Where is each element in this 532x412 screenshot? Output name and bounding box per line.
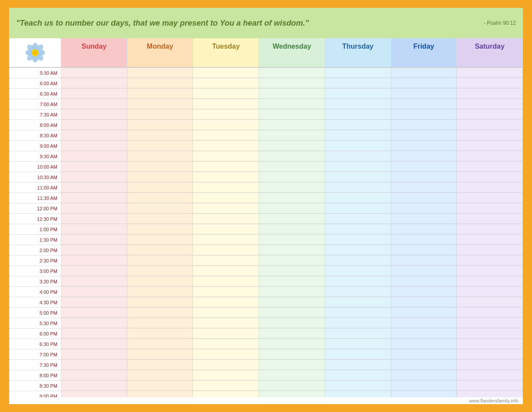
time-cell[interactable]: [457, 266, 523, 276]
time-cell[interactable]: [61, 89, 127, 99]
time-cell[interactable]: [259, 162, 325, 172]
time-cell[interactable]: [127, 78, 193, 88]
time-cell[interactable]: [457, 162, 523, 172]
time-cell[interactable]: [325, 276, 391, 286]
time-cell[interactable]: [391, 99, 457, 109]
time-cell[interactable]: [127, 235, 193, 245]
time-cell[interactable]: [127, 370, 193, 380]
time-cell[interactable]: [193, 235, 259, 245]
time-cell[interactable]: [457, 203, 523, 213]
time-cell[interactable]: [259, 245, 325, 255]
time-cell[interactable]: [193, 370, 259, 380]
time-cell[interactable]: [259, 193, 325, 203]
time-cell[interactable]: [325, 245, 391, 255]
time-cell[interactable]: [391, 193, 457, 203]
time-cell[interactable]: [259, 130, 325, 140]
time-cell[interactable]: [457, 141, 523, 151]
time-cell[interactable]: [127, 193, 193, 203]
time-cell[interactable]: [61, 370, 127, 380]
time-cell[interactable]: [457, 193, 523, 203]
time-cell[interactable]: [61, 391, 127, 397]
time-cell[interactable]: [61, 162, 127, 172]
time-cell[interactable]: [193, 110, 259, 120]
time-cell[interactable]: [457, 245, 523, 255]
time-cell[interactable]: [193, 381, 259, 391]
time-cell[interactable]: [61, 329, 127, 339]
time-cell[interactable]: [391, 183, 457, 193]
time-cell[interactable]: [325, 99, 391, 109]
time-cell[interactable]: [61, 151, 127, 161]
time-cell[interactable]: [61, 276, 127, 286]
time-cell[interactable]: [259, 360, 325, 370]
time-cell[interactable]: [325, 130, 391, 140]
time-cell[interactable]: [457, 130, 523, 140]
time-cell[interactable]: [61, 256, 127, 266]
time-cell[interactable]: [61, 183, 127, 193]
time-cell[interactable]: [325, 110, 391, 120]
time-cell[interactable]: [457, 172, 523, 182]
time-cell[interactable]: [193, 68, 259, 78]
time-cell[interactable]: [457, 183, 523, 193]
time-cell[interactable]: [457, 235, 523, 245]
time-cell[interactable]: [259, 318, 325, 328]
time-cell[interactable]: [61, 287, 127, 297]
time-cell[interactable]: [325, 193, 391, 203]
time-cell[interactable]: [325, 370, 391, 380]
time-cell[interactable]: [391, 370, 457, 380]
time-cell[interactable]: [325, 141, 391, 151]
time-cell[interactable]: [325, 318, 391, 328]
time-cell[interactable]: [127, 141, 193, 151]
time-cell[interactable]: [61, 110, 127, 120]
time-cell[interactable]: [61, 318, 127, 328]
time-cell[interactable]: [259, 141, 325, 151]
time-cell[interactable]: [127, 256, 193, 266]
time-cell[interactable]: [193, 287, 259, 297]
time-cell[interactable]: [391, 162, 457, 172]
time-cell[interactable]: [127, 110, 193, 120]
time-cell[interactable]: [391, 203, 457, 213]
time-cell[interactable]: [391, 308, 457, 318]
time-cell[interactable]: [61, 141, 127, 151]
time-cell[interactable]: [457, 370, 523, 380]
time-cell[interactable]: [391, 224, 457, 234]
time-cell[interactable]: [325, 308, 391, 318]
time-cell[interactable]: [457, 349, 523, 359]
time-cell[interactable]: [391, 329, 457, 339]
time-cell[interactable]: [193, 339, 259, 349]
time-cell[interactable]: [391, 256, 457, 266]
time-cell[interactable]: [61, 120, 127, 130]
time-cell[interactable]: [61, 235, 127, 245]
time-cell[interactable]: [193, 193, 259, 203]
time-cell[interactable]: [259, 308, 325, 318]
time-cell[interactable]: [391, 141, 457, 151]
time-cell[interactable]: [259, 151, 325, 161]
time-cell[interactable]: [391, 245, 457, 255]
time-cell[interactable]: [127, 266, 193, 276]
time-cell[interactable]: [61, 68, 127, 78]
time-cell[interactable]: [391, 235, 457, 245]
time-cell[interactable]: [193, 151, 259, 161]
time-cell[interactable]: [259, 110, 325, 120]
time-cell[interactable]: [127, 381, 193, 391]
time-cell[interactable]: [193, 183, 259, 193]
time-cell[interactable]: [457, 110, 523, 120]
time-cell[interactable]: [457, 256, 523, 266]
time-cell[interactable]: [193, 276, 259, 286]
time-cell[interactable]: [391, 339, 457, 349]
time-cell[interactable]: [127, 203, 193, 213]
time-cell[interactable]: [127, 224, 193, 234]
time-cell[interactable]: [325, 151, 391, 161]
time-cell[interactable]: [325, 256, 391, 266]
time-cell[interactable]: [193, 329, 259, 339]
time-cell[interactable]: [61, 339, 127, 349]
time-cell[interactable]: [127, 297, 193, 307]
time-cell[interactable]: [193, 245, 259, 255]
time-cell[interactable]: [127, 151, 193, 161]
time-cell[interactable]: [259, 172, 325, 182]
time-cell[interactable]: [325, 391, 391, 397]
time-cell[interactable]: [61, 130, 127, 140]
time-cell[interactable]: [457, 78, 523, 88]
time-cell[interactable]: [391, 266, 457, 276]
time-cell[interactable]: [193, 130, 259, 140]
time-cell[interactable]: [259, 203, 325, 213]
